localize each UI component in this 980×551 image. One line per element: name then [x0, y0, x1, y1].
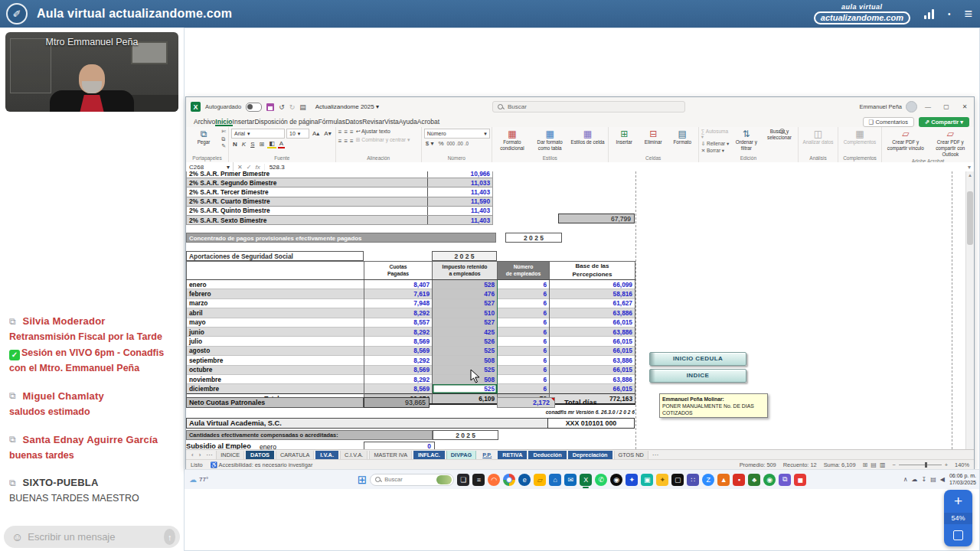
- start-button[interactable]: ⊞: [358, 474, 368, 485]
- sar-total-cell[interactable]: 67,799: [558, 214, 635, 223]
- month-cell[interactable]: enero: [187, 280, 364, 289]
- vertical-scrollbar[interactable]: ▲: [965, 171, 974, 449]
- bold-button[interactable]: N: [231, 141, 239, 148]
- taskbar-chrome-icon[interactable]: [503, 474, 515, 486]
- month-cell[interactable]: septiembre: [187, 356, 364, 365]
- base-cell[interactable]: 66,015: [550, 318, 635, 327]
- month-cell[interactable]: abril: [187, 308, 364, 318]
- cut-icon[interactable]: ✄: [221, 129, 226, 135]
- sar-label-cell[interactable]: 2% S.A.R. Tercer Bimestre: [187, 187, 428, 197]
- totals-cell[interactable]: 6,109: [433, 393, 498, 404]
- sar-value-cell[interactable]: 11,403: [428, 187, 493, 197]
- base-cell[interactable]: 63,886: [550, 374, 635, 383]
- taskbar-explorer-icon[interactable]: ▱: [534, 474, 546, 486]
- month-cell[interactable]: julio: [187, 337, 364, 346]
- zoom-level[interactable]: 140%: [955, 461, 969, 468]
- align-middle-icon[interactable]: ≡: [344, 129, 348, 135]
- tray-onedrive-icon[interactable]: ☁: [912, 476, 918, 483]
- taskbar-app-green-icon[interactable]: ◉: [763, 474, 776, 486]
- create-pdf-link-button[interactable]: ▱Crear PDF y compartir vínculo: [884, 129, 927, 152]
- prev-sheet-icon[interactable]: ‹: [190, 452, 195, 458]
- base-cell[interactable]: 61,627: [550, 298, 635, 308]
- cell-styles-button[interactable]: ▦Estilos de celda: [570, 129, 605, 145]
- empleados-cell[interactable]: 6: [498, 318, 550, 327]
- wrap-text-button[interactable]: ↩ Ajustar texto: [356, 129, 410, 135]
- borders-button[interactable]: ⊞: [257, 141, 266, 148]
- taskbar-weather-widget[interactable]: ☁ 77°: [189, 475, 208, 484]
- cuotas-cell[interactable]: 8,569: [364, 346, 433, 355]
- more-sheets-icon[interactable]: ⋯: [651, 452, 660, 458]
- year-cell[interactable]: 2 0 2 5: [505, 233, 562, 243]
- scroll-up-icon[interactable]: ▲: [966, 171, 974, 179]
- taskbar-search-box[interactable]: Buscar: [370, 474, 454, 486]
- grow-font-icon[interactable]: A▴: [311, 130, 321, 137]
- increase-decimal-icon[interactable]: .00: [456, 141, 463, 147]
- sheet-tab[interactable]: P.P.: [478, 451, 496, 460]
- header-cell[interactable]: Númerode empleados: [498, 262, 550, 280]
- decrease-decimal-icon[interactable]: .0: [465, 141, 469, 147]
- impuesto-cell[interactable]: 528: [433, 280, 498, 289]
- sar-value-cell[interactable]: 11,403: [428, 215, 493, 224]
- empleados-cell[interactable]: 6: [498, 308, 550, 318]
- scrollbar-thumb[interactable]: [967, 191, 973, 245]
- cuotas-cell[interactable]: 8,292: [364, 374, 433, 383]
- fit-screen-button[interactable]: [944, 524, 972, 546]
- subsidio-label[interactable]: Subsidio al Empleo: [186, 442, 251, 449]
- maximize-button[interactable]: ▢: [937, 97, 956, 116]
- ribbon-tab[interactable]: Inicio: [215, 118, 232, 126]
- sar-label-cell[interactable]: 2% S.A.R. Cuarto Bimestre: [187, 197, 428, 206]
- taskbar-store-icon[interactable]: ⌂: [549, 474, 561, 486]
- autosum-button[interactable]: ∑ Autosuma ▾: [701, 129, 730, 139]
- month-row[interactable]: marzo 7,948 527 6 61,627: [187, 298, 635, 308]
- sar-label-cell[interactable]: 2% S.A.R. Sexto Bimestre: [187, 215, 428, 224]
- table-row[interactable]: 2% S.A.R. Segundo Bimestre11,033: [187, 178, 493, 187]
- copy-icon[interactable]: ⧉: [9, 390, 16, 401]
- webcam-video[interactable]: Mtro Emmanuel Peña: [5, 32, 178, 112]
- table-row[interactable]: 2% S.A.R. Cuarto Bimestre11,590: [187, 197, 493, 206]
- copy-icon[interactable]: ⧉: [221, 136, 226, 142]
- chat-input[interactable]: [26, 530, 164, 543]
- excel-logo-icon[interactable]: X: [191, 102, 201, 112]
- header-cell[interactable]: Impuesto retenidoa empleados: [433, 262, 498, 280]
- tray-volume-icon[interactable]: ◀: [940, 476, 945, 483]
- header-cell[interactable]: CuotasPagadas: [364, 262, 433, 280]
- shrink-font-icon[interactable]: A▾: [322, 130, 332, 137]
- italic-button[interactable]: K: [240, 141, 247, 148]
- sheet-tab[interactable]: INDICE: [216, 451, 244, 460]
- taskbar-excel-icon[interactable]: X: [580, 474, 592, 486]
- insert-cells-button[interactable]: ⊞Insertar: [611, 129, 638, 145]
- create-pdf-outlook-button[interactable]: ▱Crear PDF y compartir con Outlook: [929, 129, 972, 158]
- number-format-select[interactable]: Número▾: [424, 129, 490, 139]
- company-code-cell[interactable]: XXX 010101 000: [547, 418, 635, 429]
- taskbar-whatsapp-icon[interactable]: ✆: [595, 474, 607, 486]
- align-top-icon[interactable]: ≡: [338, 129, 342, 135]
- comments-button[interactable]: ❑ Comentarios: [863, 117, 914, 127]
- copy-icon[interactable]: ⧉: [9, 316, 16, 327]
- sheet-tab[interactable]: RETIVA: [498, 451, 527, 460]
- taskbar-camera-icon[interactable]: ▢: [671, 474, 684, 486]
- expand-formula-bar-icon[interactable]: ▾: [968, 164, 971, 171]
- header-cell[interactable]: [187, 262, 364, 280]
- page-break-view-icon[interactable]: ▥: [880, 461, 886, 468]
- cantidades-label-cell[interactable]: Cantidades efectivamente compensadas o a…: [186, 430, 433, 440]
- impuesto-cell[interactable]: 527: [433, 298, 498, 308]
- sheet-tab[interactable]: DIVPAG: [446, 451, 476, 460]
- share-button[interactable]: ⇗ Compartir ▾: [919, 117, 969, 127]
- month-row[interactable]: septiembre 8,292 508 6 63,886: [187, 356, 635, 365]
- cuotas-cell[interactable]: 7,619: [364, 289, 433, 298]
- confirm-entry-icon[interactable]: ✓: [247, 164, 252, 171]
- font-color-button[interactable]: A: [278, 140, 285, 148]
- month-cell[interactable]: mayo: [187, 318, 364, 327]
- save-icon[interactable]: [266, 103, 274, 111]
- zoom-slider[interactable]: − +: [892, 461, 948, 468]
- tray-download-icon[interactable]: ↧: [922, 476, 927, 483]
- month-cell[interactable]: octubre: [187, 365, 364, 374]
- sar-value-cell[interactable]: 11,033: [428, 178, 493, 187]
- sheet-tab[interactable]: GTOS ND: [614, 451, 648, 460]
- zoom-in-button[interactable]: +: [944, 490, 972, 513]
- copy-icon[interactable]: ⧉: [9, 478, 16, 488]
- base-cell[interactable]: 66,015: [550, 384, 635, 393]
- empleados-cell[interactable]: 6: [498, 298, 550, 308]
- comma-format-button[interactable]: 000: [447, 141, 456, 147]
- impuesto-cell[interactable]: 525: [433, 346, 498, 355]
